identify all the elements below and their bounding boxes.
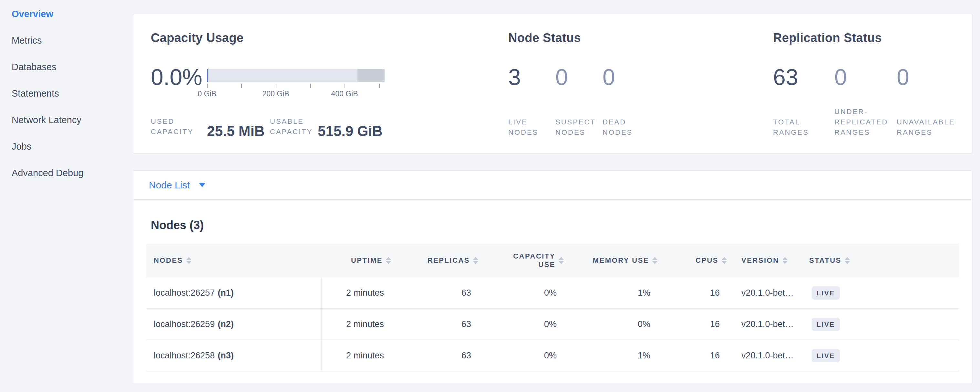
suspect-nodes-stat: 0 SUSPECT NODES [555,66,603,138]
sidebar: Overview Metrics Databases Statements Ne… [0,0,133,392]
table-row-n3[interactable]: localhost:26258 (n3) 2 minutes 63 0% 1% … [146,340,959,371]
unavailable-ranges-value: 0 [897,66,974,89]
col-header-capacity-use[interactable]: CAPACITY USE [478,244,564,277]
sort-icon [186,257,191,264]
axis-tick [379,84,380,88]
sort-icon [558,257,564,264]
capacity-bar-used-fill [207,69,208,82]
node-address-cell: localhost:26259 (n2) [146,309,321,339]
status-badge: LIVE [812,318,840,331]
col-header-status[interactable]: STATUS [796,244,872,277]
capacity-percent: 0.0% [151,66,202,89]
version-cell: v20.1.0-bet… [727,309,796,339]
memory-use-cell: 1% [564,340,657,371]
status-badge: LIVE [812,286,840,300]
axis-label: 400 GiB [331,89,358,98]
node-address-cell: localhost:26258 (n3) [146,340,321,371]
axis-label: 200 GiB [262,89,289,98]
unavailable-ranges-label: UNAVAILABLE RANGES [897,117,974,138]
col-header-replicas[interactable]: REPLICAS [391,244,478,277]
version-cell: v20.1.0-bet… [727,277,796,308]
total-ranges-label: TOTAL RANGES [773,117,834,138]
under-replicated-stat: 0 UNDER- REPLICATED RANGES [834,66,897,138]
sidebar-item-metrics[interactable]: Metrics [0,27,133,54]
sort-icon [386,257,391,264]
total-ranges-value: 63 [773,66,834,89]
node-address-cell: localhost:26257 (n1) [146,277,321,308]
cpus-cell: 16 [657,309,727,339]
capacity-bar [207,69,385,82]
live-nodes-stat: 3 LIVE NODES [508,66,555,138]
status-cell: LIVE [796,340,872,371]
col-header-cpus[interactable]: CPUS [657,244,727,277]
node-status-section: Node Status 3 LIVE NODES 0 SUSPECT NODES… [508,14,760,153]
axis-tick [241,84,242,88]
axis-tick [207,84,208,88]
capacity-gauge: 0 GiB 200 GiB 400 GiB [207,69,388,100]
capacity-use-cell: 0% [478,340,564,371]
status-badge: LIVE [812,349,840,362]
col-header-nodes[interactable]: NODES [146,244,321,277]
cluster-summary-card: Capacity Usage 0.0% 0 GiB 200 GiB 400 Gi… [133,14,972,153]
suspect-nodes-value: 0 [555,66,603,89]
sidebar-item-network-latency[interactable]: Network Latency [0,107,133,133]
sidebar-item-jobs[interactable]: Jobs [0,133,133,159]
col-header-uptime[interactable]: UPTIME [321,244,391,277]
capacity-usage-section: Capacity Usage 0.0% 0 GiB 200 GiB 400 Gi… [151,14,506,153]
nodes-table: NODES UPTIME REPLICAS CAPACITY USE MEMOR… [146,244,959,371]
axis-tick [345,84,345,88]
capacity-stats: USED CAPACITY 25.5 MiB USABLE CAPACITY 5… [151,118,506,137]
replicas-cell: 63 [391,340,478,371]
dead-nodes-stat: 0 DEAD NODES [603,66,650,138]
uptime-cell: 2 minutes [321,277,391,308]
chevron-down-icon [199,183,205,187]
node-list-header: Node List [134,171,972,200]
node-list-dropdown[interactable]: Node List [149,180,205,191]
sidebar-item-overview[interactable]: Overview [0,1,133,27]
col-header-memory-use[interactable]: MEMORY USE [564,244,657,277]
under-replicated-value: 0 [834,66,897,89]
sort-icon [783,257,788,264]
status-cell: LIVE [796,277,872,308]
axis-label: 0 GiB [197,89,216,98]
sidebar-item-statements[interactable]: Statements [0,80,133,107]
usable-capacity-label: USABLE CAPACITY [270,116,313,137]
nodes-heading: Nodes (3) [151,218,959,232]
uptime-cell: 2 minutes [321,340,391,371]
cpus-cell: 16 [657,277,727,308]
sidebar-item-databases[interactable]: Databases [0,54,133,80]
uptime-cell: 2 minutes [321,309,391,339]
node-status-title: Node Status [508,31,581,45]
col-header-version[interactable]: VERSION [727,244,796,277]
live-nodes-label: LIVE NODES [508,117,555,138]
sidebar-item-advanced-debug[interactable]: Advanced Debug [0,159,133,186]
sort-icon [652,257,657,264]
capacity-usage-title: Capacity Usage [151,31,243,45]
usable-capacity-value: 515.9 GiB [318,124,383,138]
capacity-use-cell: 0% [478,309,564,339]
status-cell: LIVE [796,309,872,339]
live-nodes-value: 3 [508,66,555,89]
replication-status-title: Replication Status [773,31,882,45]
nodes-table-container: Nodes (3) NODES UPTIME REPLICAS CAPACITY… [134,218,972,371]
used-capacity-value: 25.5 MiB [207,124,265,138]
replicas-cell: 63 [391,277,478,308]
sort-icon [845,257,850,264]
memory-use-cell: 0% [564,309,657,339]
table-row-n2[interactable]: localhost:26259 (n2) 2 minutes 63 0% 0% … [146,309,959,340]
sort-icon [473,257,478,264]
total-ranges-stat: 63 TOTAL RANGES [773,66,834,138]
axis-tick [310,84,311,88]
replicas-cell: 63 [391,309,478,339]
capacity-bar-reserved [358,69,385,82]
table-header-row: NODES UPTIME REPLICAS CAPACITY USE MEMOR… [146,244,959,277]
cpus-cell: 16 [657,340,727,371]
dead-nodes-label: DEAD NODES [603,117,650,138]
header-filler [872,244,959,277]
replication-status-section: Replication Status 63 TOTAL RANGES 0 UND… [773,14,967,153]
dead-nodes-value: 0 [603,66,650,89]
suspect-nodes-label: SUSPECT NODES [555,117,603,138]
table-row-n1[interactable]: localhost:26257 (n1) 2 minutes 63 0% 1% … [146,277,959,309]
sort-icon [722,257,727,264]
node-list-card: Node List Nodes (3) NODES UPTIME REPLICA… [133,170,972,384]
